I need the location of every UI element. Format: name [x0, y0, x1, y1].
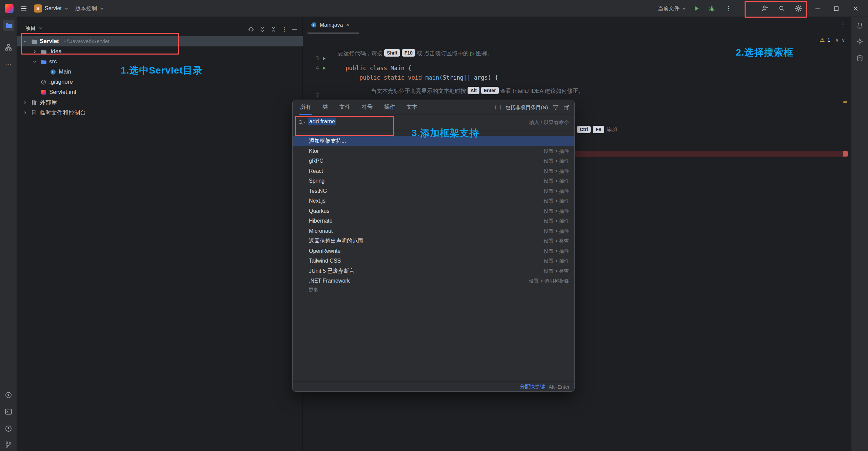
tree-item-external-libraries[interactable]: 外部库: [17, 97, 303, 107]
tree-item-servlet-iml[interactable]: Servlet.iml: [17, 87, 303, 97]
notifications-button[interactable]: [856, 22, 863, 29]
line-number[interactable]: 4: [304, 63, 319, 73]
services-tool-button[interactable]: [5, 392, 12, 399]
open-in-editor-icon[interactable]: [563, 104, 570, 111]
editor-options-button[interactable]: ⋮: [840, 21, 846, 28]
window-maximize-button[interactable]: [834, 0, 839, 17]
tab-all[interactable]: 所有: [299, 100, 312, 115]
tab-actions[interactable]: 操作: [383, 100, 396, 115]
vcs-widget[interactable]: 版本控制: [75, 5, 104, 12]
collapse-all-icon[interactable]: [270, 26, 277, 33]
source-folder-icon: [40, 59, 47, 65]
next-warning-icon[interactable]: ∨: [842, 37, 845, 43]
filter-icon[interactable]: [552, 104, 559, 111]
svg-text:C: C: [313, 23, 315, 27]
search-result-row[interactable]: Hibernate设置 > 插件: [293, 216, 574, 226]
expand-all-icon[interactable]: [259, 26, 265, 33]
hide-panel-icon[interactable]: [292, 27, 297, 32]
search-result-row[interactable]: 返回值超出声明的范围设置 > 检查: [293, 236, 574, 246]
include-non-project-checkbox[interactable]: [495, 105, 501, 110]
svg-text:C: C: [52, 70, 54, 74]
assign-shortcut-link[interactable]: 分配快捷键: [520, 384, 545, 390]
maximize-icon: [834, 6, 839, 11]
class-icon: C: [311, 22, 317, 28]
search-result-row[interactable]: React设置 > 插件: [293, 166, 574, 176]
database-button[interactable]: [856, 55, 863, 62]
bug-icon: [709, 5, 715, 12]
git-tool-button[interactable]: [5, 441, 12, 448]
main-menu-button[interactable]: [20, 6, 27, 11]
more-tools-button[interactable]: ⋯: [5, 61, 12, 68]
scrollbar-error-mark[interactable]: [843, 151, 848, 157]
search-result-row[interactable]: OpenRewrite设置 > 插件: [293, 246, 574, 256]
ai-assistant-button[interactable]: [856, 38, 863, 45]
tab-close-icon[interactable]: ×: [346, 22, 349, 28]
shortcut-hint: Alt+Enter: [549, 384, 570, 390]
more-results-link[interactable]: ...更多: [304, 287, 319, 293]
warning-icon: ⚠: [820, 37, 825, 43]
chevron-right-icon[interactable]: [22, 111, 28, 115]
chevron-right-icon[interactable]: [22, 101, 28, 104]
editor-tab-main-java[interactable]: C Main.java ×: [308, 17, 353, 33]
project-panel-title-label: 项目: [25, 25, 36, 32]
editor-tab-label: Main.java: [320, 22, 343, 28]
tree-item-label: .gitignore: [49, 79, 73, 85]
tab-symbols[interactable]: 符号: [361, 100, 373, 115]
project-panel-toolbar: ⋮: [248, 26, 297, 33]
git-branch-icon: [5, 441, 12, 448]
search-hint: 输入 / 以查看命令: [529, 119, 569, 126]
run-configuration-widget[interactable]: 当前文件: [658, 0, 686, 17]
annotation-step1: 1.选中Servlet目录: [121, 64, 203, 77]
search-result-row[interactable]: gRPC设置 > 插件: [293, 156, 574, 166]
chevron-down-icon: [64, 7, 68, 10]
run-button[interactable]: [694, 0, 700, 17]
search-result-row[interactable]: JUnit 5 已废弃断言设置 > 检查: [293, 266, 574, 276]
annotation-step3: 3.添加框架支持: [412, 127, 479, 140]
problems-tool-button[interactable]: [5, 425, 12, 432]
current-file-label: 当前文件: [658, 5, 679, 12]
search-result-row[interactable]: Ktor设置 > 插件: [293, 146, 574, 156]
locate-file-icon[interactable]: [248, 26, 254, 33]
tab-text[interactable]: 文本: [406, 100, 418, 115]
prev-warning-icon[interactable]: ∧: [835, 37, 839, 43]
chevron-down-icon[interactable]: [31, 61, 38, 63]
project-widget[interactable]: S Servlet: [34, 4, 68, 13]
line-number[interactable]: 7: [304, 91, 319, 101]
tree-item-gitignore[interactable]: .gitignore: [17, 77, 303, 87]
search-result-row[interactable]: Micronaut设置 > 插件: [293, 226, 574, 236]
tree-item-label: 临时文件和控制台: [40, 109, 86, 117]
search-result-row[interactable]: Quarkus设置 > 插件: [293, 206, 574, 216]
idea-module-file-icon: [40, 89, 47, 95]
run-main-gutter-icon[interactable]: [322, 66, 327, 70]
project-panel-title[interactable]: 项目: [25, 25, 42, 32]
project-tool-button[interactable]: [3, 20, 14, 31]
close-icon: [853, 6, 858, 11]
inspection-widget[interactable]: ⚠ 1 ∧ ∨: [820, 37, 845, 43]
structure-icon: [5, 44, 12, 51]
line-number[interactable]: 3: [304, 54, 319, 63]
debug-button[interactable]: [709, 0, 715, 17]
tree-item-scratches[interactable]: 临时文件和控制台: [17, 107, 303, 118]
tree-item-label: 外部库: [40, 99, 57, 106]
tab-classes[interactable]: 类: [322, 100, 329, 115]
search-result-row[interactable]: TestNG设置 > 插件: [293, 186, 574, 196]
include-non-project-label: 包括非项目条目(N): [505, 104, 548, 111]
window-minimize-button[interactable]: [815, 0, 820, 17]
search-result-row[interactable]: Spring设置 > 插件: [293, 176, 574, 186]
scrollbar-warning-mark[interactable]: [843, 101, 847, 103]
panel-kebab-icon[interactable]: ⋮: [281, 26, 287, 33]
search-result-row[interactable]: Tailwind CSS设置 > 插件: [293, 256, 574, 266]
search-result-row[interactable]: .NET Framework设置 > 调用树折叠: [293, 276, 574, 286]
run-class-gutter-icon[interactable]: [322, 56, 327, 61]
terminal-tool-button[interactable]: [5, 408, 12, 415]
structure-tool-button[interactable]: [5, 44, 12, 51]
search-result-row[interactable]: Next.js设置 > 插件: [293, 196, 574, 206]
highlighted-error-line: [575, 151, 847, 157]
tree-item-label: Main: [59, 68, 71, 75]
dialog-footer: 分配快捷键 Alt+Enter: [293, 381, 574, 391]
tab-files[interactable]: 文件: [339, 100, 351, 115]
more-actions-button[interactable]: ⋮: [726, 0, 732, 17]
kebab-icon: ⋮: [840, 21, 846, 28]
window-close-button[interactable]: [853, 0, 858, 17]
vcs-label: 版本控制: [75, 5, 97, 12]
